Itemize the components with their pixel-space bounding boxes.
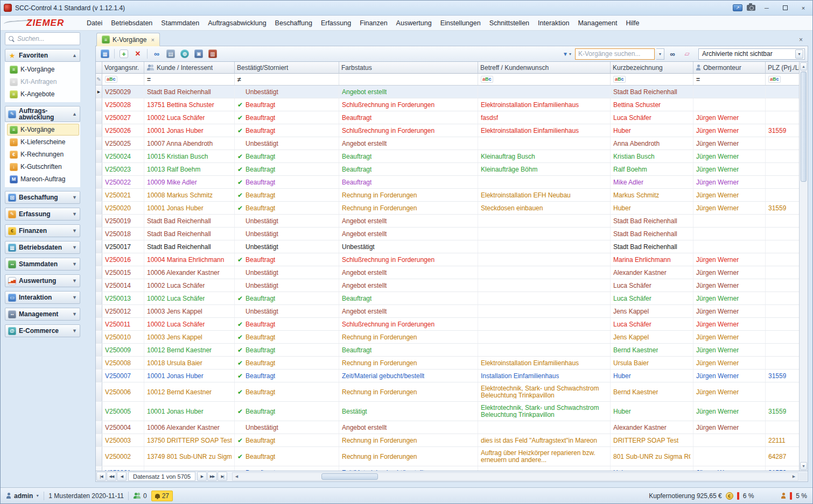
table-row-v250008[interactable]: V25000810018 Ursula Baier✔BeauftragtRech… bbox=[96, 357, 799, 370]
new-record-button[interactable]: + bbox=[117, 48, 130, 60]
column-header-kunde-interessent[interactable]: Kunde / Interessent bbox=[144, 62, 235, 74]
tabstrip-close-button[interactable]: × bbox=[799, 36, 808, 46]
vscroll-track[interactable] bbox=[800, 71, 808, 462]
nav-first-button[interactable]: |◀ bbox=[96, 472, 106, 481]
vertical-scrollbar[interactable]: ▲ ▼ bbox=[799, 62, 808, 471]
scroll-left-icon[interactable]: ◀ bbox=[233, 473, 241, 480]
online-users[interactable]: 0 bbox=[133, 492, 147, 500]
table-row-v250013[interactable]: V25001310002 Luca Schäfer✔BeauftragtBeau… bbox=[96, 292, 799, 305]
globe-button[interactable]: ⊕ bbox=[178, 48, 191, 60]
minimize-button[interactable]: ─ bbox=[760, 3, 774, 13]
filter-cell-kunde-interessent[interactable]: = bbox=[144, 74, 235, 85]
tab-close-icon[interactable]: × bbox=[151, 37, 154, 43]
menu-finanzen[interactable]: Finanzen bbox=[355, 16, 391, 30]
scroll-down-icon[interactable]: ▼ bbox=[800, 462, 807, 470]
user-menu[interactable]: admin ▼ bbox=[6, 492, 39, 500]
binoculars-button[interactable]: ∞ bbox=[666, 48, 679, 60]
table-row-v250011[interactable]: V25001110002 Luca Schäfer✔BeauftragtSchl… bbox=[96, 318, 799, 331]
table-row-v250002[interactable]: V25000213749 801 Sub-UNR zu Sigma R...✔B… bbox=[96, 447, 799, 466]
sidebar-item-k-vorgänge[interactable]: ≡K-Vorgänge bbox=[7, 124, 79, 136]
remote-support-icon[interactable]: ↗ bbox=[733, 4, 742, 11]
menu-interaktion[interactable]: Interaktion bbox=[534, 16, 573, 30]
nav-next-page-button[interactable]: ▶▶ bbox=[207, 472, 217, 481]
menu-auftragsabwicklung[interactable]: Auftragsabwicklung bbox=[204, 16, 270, 30]
table-row-v250017[interactable]: V250017Stadt Bad Reichenhall✔Unbestätigt… bbox=[96, 240, 799, 253]
nav-prev-page-button[interactable]: ◀◀ bbox=[107, 472, 116, 481]
menu-beschaffung[interactable]: Beschaffung bbox=[271, 16, 317, 30]
screenshot-icon[interactable] bbox=[747, 5, 755, 11]
sidebar-group-finanzen[interactable]: €Finanzen▼ bbox=[5, 224, 80, 237]
table-row-v250020[interactable]: V25002010001 Jonas Huber✔BeauftragtRechn… bbox=[96, 202, 799, 215]
column-header-obermonteur[interactable]: Obermonteur bbox=[693, 62, 766, 74]
table-row-v250015[interactable]: V25001510006 Alexander Kastner✔Unbestäti… bbox=[96, 266, 799, 279]
table-row-v250021[interactable]: V25002110008 Markus Schmitz✔BeauftragtRe… bbox=[96, 189, 799, 202]
menu-auswertung[interactable]: Auswertung bbox=[392, 16, 436, 30]
tab-k-vorgaenge[interactable]: ≡ K-Vorgänge × bbox=[96, 33, 160, 46]
table-row-v250028[interactable]: V25002813751 Bettina Schuster✔Beauftragt… bbox=[96, 98, 799, 111]
save-button[interactable]: ▣ bbox=[192, 48, 205, 60]
sidebar-group-auswertung[interactable]: ▂▅▇Auswertung▼ bbox=[5, 274, 80, 287]
menu-stammdaten[interactable]: Stammdaten bbox=[157, 16, 204, 30]
column-header-betreff-kundenwunsch[interactable]: Betreff / Kundenwunsch bbox=[478, 62, 611, 74]
close-button[interactable]: × bbox=[796, 3, 810, 13]
clear-filter-button[interactable]: ▱ bbox=[681, 48, 693, 60]
menu-datei[interactable]: Datei bbox=[82, 16, 107, 30]
sidebar-item-mareon-auftrag[interactable]: MMareon-Auftrag bbox=[7, 173, 79, 185]
menu-management[interactable]: Management bbox=[573, 16, 621, 30]
sidebar-item-k-vorgänge[interactable]: ≡K-Vorgänge bbox=[7, 63, 79, 75]
sidebar-search-input[interactable] bbox=[17, 35, 76, 42]
menu-schnittstellen[interactable]: Schnittstellen bbox=[485, 16, 534, 30]
vscroll-thumb[interactable] bbox=[801, 72, 807, 182]
table-row-v250001[interactable]: V250001✔BeauftragtZeit/Material gebucht/… bbox=[96, 466, 799, 471]
sidebar-group-betriebsdaten[interactable]: ▦Betriebsdaten▼ bbox=[5, 241, 80, 254]
sidebar-search[interactable] bbox=[5, 32, 80, 45]
nav-next-button[interactable]: ▶ bbox=[197, 472, 207, 481]
table-row-v250023[interactable]: V25002310013 Ralf Boehm✔BeauftragtBeauft… bbox=[96, 163, 799, 176]
sidebar-group-stammdaten[interactable]: ●●Stammdaten▼ bbox=[5, 258, 80, 271]
scroll-up-icon[interactable]: ▲ bbox=[800, 62, 807, 70]
table-row-v250025[interactable]: V25002510007 Anna Abendroth✔UnbestätigtA… bbox=[96, 137, 799, 150]
table-row-v250014[interactable]: V25001410002 Luca Schäfer✔UnbestätigtAng… bbox=[96, 279, 799, 292]
sidebar-group-interaktion[interactable]: ▭Interaktion▼ bbox=[5, 291, 80, 304]
sidebar-group-erfassung[interactable]: ✎Erfassung▼ bbox=[5, 208, 80, 221]
table-row-v250012[interactable]: V25001210003 Jens Kappel✔UnbestätigtAnge… bbox=[96, 305, 799, 318]
sidebar-item-k-rechnungen[interactable]: €K-Rechnungen bbox=[7, 148, 79, 160]
column-header-vorgangsnr[interactable]: Vorgangsnr. bbox=[102, 62, 144, 74]
sidebar-group-auftragsabwicklung[interactable]: ✎Auftrags-abwicklung▲ bbox=[5, 106, 80, 122]
sidebar-group-favoriten[interactable]: ★Favoriten▲ bbox=[5, 49, 80, 62]
menu-hilfe[interactable]: Hilfe bbox=[621, 16, 643, 30]
filter-cell-vorgangsnr[interactable]: aBc bbox=[102, 74, 144, 85]
archive-filter-combobox[interactable]: Archivierte nicht sichtbar ▼ bbox=[698, 48, 805, 60]
filter-cell-bestätigt-storniert[interactable]: ≠ bbox=[235, 74, 339, 85]
layout-button[interactable]: ▤ bbox=[164, 48, 177, 60]
sidebar-item-k-lieferscheine[interactable]: ↑K-Lieferscheine bbox=[7, 136, 79, 148]
grid-search-input[interactable] bbox=[578, 50, 651, 58]
preview-button[interactable]: ∞ bbox=[150, 48, 163, 60]
delete-record-button[interactable]: × bbox=[131, 48, 144, 60]
table-row-v250004[interactable]: V25000410006 Alexander Kastner✔Unbestäti… bbox=[96, 421, 799, 434]
filter-dropdown-button[interactable]: ▼ ▾ bbox=[560, 51, 573, 57]
table-row-v250003[interactable]: V25000313750 DRITTERP SOAP Test✔Beauftra… bbox=[96, 434, 799, 447]
column-header-kurzbezeichnung[interactable]: Kurzbezeichnung bbox=[611, 62, 693, 74]
hscroll-thumb[interactable] bbox=[321, 473, 378, 480]
grid-view-button[interactable]: ▦ bbox=[99, 48, 111, 60]
filter-cell-obermonteur[interactable]: = bbox=[693, 74, 766, 85]
sidebar-item-k-i-anfragen[interactable]: ≡K/I-Anfragen bbox=[7, 76, 79, 88]
table-row-v250005[interactable]: V25000510001 Jonas Huber✔BeauftragtBestä… bbox=[96, 402, 799, 421]
hscroll-track[interactable] bbox=[241, 473, 790, 480]
table-row-v250029[interactable]: ▶V250029Stadt Bad Reichenhall✔Unbestätig… bbox=[96, 86, 799, 98]
table-row-v250022[interactable]: V25002210009 Mike Adler✔BeauftragtBeauft… bbox=[96, 176, 799, 189]
sidebar-group-beschaffung[interactable]: ⊞Beschaffung▼ bbox=[5, 191, 80, 204]
column-header-bestätigt-storniert[interactable]: Bestätigt/Storniert bbox=[235, 62, 339, 74]
filter-cell-farbstatus[interactable] bbox=[339, 74, 478, 85]
table-row-v250006[interactable]: V25000610012 Bernd Kaestner✔BeauftragtRe… bbox=[96, 382, 799, 402]
scroll-right-icon[interactable]: ▶ bbox=[790, 473, 798, 480]
menu-erfassung[interactable]: Erfassung bbox=[317, 16, 355, 30]
nav-prev-button[interactable]: ◀ bbox=[117, 472, 127, 481]
filter-cell-kurzbezeichnung[interactable]: aBc bbox=[611, 74, 693, 85]
notifications-badge[interactable]: 27 bbox=[151, 491, 173, 501]
table-row-v250027[interactable]: V25002710002 Luca Schäfer✔BeauftragtBeau… bbox=[96, 111, 799, 124]
table-row-v250009[interactable]: V25000910012 Bernd Kaestner✔BeauftragtBe… bbox=[96, 344, 799, 357]
menu-einstellungen[interactable]: Einstellungen bbox=[436, 16, 485, 30]
table-row-v250026[interactable]: V25002610001 Jonas Huber✔BeauftragtSchlu… bbox=[96, 124, 799, 137]
